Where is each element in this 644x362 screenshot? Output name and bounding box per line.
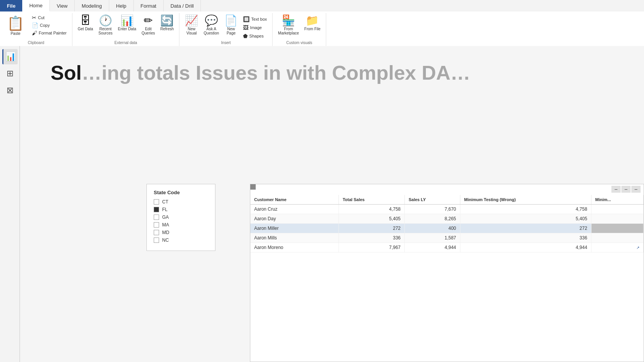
new-page-button[interactable]: 📄 NewPage [222, 14, 240, 37]
custom-visuals-group: 🏪 FromMarketplace 📁 From File Custom vis… [273, 13, 326, 46]
menu-bar: File Home View Modeling Help Format Data… [0, 0, 644, 11]
insert-items: 📈 NewVisual 💬 Ask AQuestion 📄 NewPage 🔲 … [182, 14, 269, 40]
copy-icon: 📄 [32, 22, 38, 28]
refresh-label: Refresh [160, 27, 174, 31]
get-data-icon: 🗄 [80, 15, 91, 26]
sidebar-icon-report[interactable]: 📊 [2, 49, 18, 64]
tab-view[interactable]: View [50, 0, 75, 11]
textbox-label: Text box [251, 17, 267, 21]
textbox-icon: 🔲 [243, 16, 250, 22]
external-data-items: 🗄 Get Data 🕐 RecentSources 📊 Enter Data … [76, 14, 176, 40]
enter-data-label: Enter Data [118, 27, 136, 31]
sidebar-icon-model[interactable]: ⊠ [2, 83, 18, 98]
image-icon: 🖼 [243, 25, 248, 31]
custom-visuals-group-label: Custom visuals [286, 41, 312, 46]
external-data-group-label: External data [115, 41, 137, 46]
from-file-icon: 📁 [306, 15, 319, 26]
recent-sources-icon: 🕐 [99, 15, 112, 26]
format-painter-icon: 🖌 [32, 30, 37, 36]
shapes-button[interactable]: ⬟ Shapes [241, 32, 269, 40]
image-label: Image [250, 25, 262, 30]
tab-modeling[interactable]: Modeling [75, 0, 109, 11]
clipboard-items: 📋 Paste ✂ Cut 📄 Copy 🖌 Format Painter [3, 14, 69, 40]
new-page-label: NewPage [227, 27, 235, 35]
insert-group: 📈 NewVisual 💬 Ask AQuestion 📄 NewPage 🔲 … [179, 13, 273, 46]
edit-queries-icon: ✏ [144, 15, 153, 26]
left-sidebar: 📊 ⊞ ⊠ [0, 46, 20, 126]
insert-small-buttons: 🔲 Text box 🖼 Image ⬟ Shapes [241, 15, 269, 40]
clipboard-group: 📋 Paste ✂ Cut 📄 Copy 🖌 Format Painter Cl… [0, 13, 72, 46]
ribbon: 📋 Paste ✂ Cut 📄 Copy 🖌 Format Painter Cl… [0, 11, 644, 47]
tab-home[interactable]: Home [22, 0, 50, 11]
tab-format[interactable]: Format [134, 0, 164, 11]
clipboard-side-buttons: ✂ Cut 📄 Copy 🖌 Format Painter [30, 14, 69, 37]
ask-question-icon: 💬 [205, 15, 218, 26]
paste-icon: 📋 [7, 15, 24, 31]
textbox-button[interactable]: 🔲 Text box [241, 15, 269, 23]
from-file-label: From File [304, 27, 320, 31]
menu-tabs: Home View Modeling Help Format Data / Dr… [22, 0, 644, 11]
copy-label: Copy [40, 23, 50, 28]
from-file-button[interactable]: 📁 From File [302, 14, 323, 33]
tab-data-drill[interactable]: Data / Drill [164, 0, 201, 11]
insert-group-label: Insert [221, 41, 231, 46]
format-painter-button[interactable]: 🖌 Format Painter [30, 29, 69, 37]
enter-data-button[interactable]: 📊 Enter Data [115, 14, 138, 33]
enter-data-icon: 📊 [120, 15, 134, 26]
new-page-icon: 📄 [224, 15, 238, 26]
from-marketplace-button[interactable]: 🏪 FromMarketplace [276, 14, 301, 37]
clipboard-group-label: Clipboard [28, 41, 44, 46]
format-painter-label: Format Painter [39, 31, 67, 35]
cut-label: Cut [38, 15, 44, 20]
paste-label: Paste [11, 31, 21, 36]
cut-icon: ✂ [32, 15, 36, 21]
new-visual-button[interactable]: 📈 NewVisual [182, 14, 200, 37]
custom-visuals-items: 🏪 FromMarketplace 📁 From File [276, 14, 323, 40]
shapes-label: Shapes [249, 34, 263, 38]
from-marketplace-label: FromMarketplace [278, 27, 299, 35]
recent-sources-label: RecentSources [99, 27, 113, 35]
main-content: Sol…ing totals Issues in with Complex DA… [20, 46, 644, 126]
paste-button[interactable]: 📋 Paste [3, 14, 28, 37]
get-data-button[interactable]: 🗄 Get Data [76, 14, 95, 33]
external-data-group: 🗄 Get Data 🕐 RecentSources 📊 Enter Data … [72, 13, 180, 46]
shapes-icon: ⬟ [243, 33, 248, 39]
new-visual-icon: 📈 [185, 15, 198, 26]
menu-file[interactable]: File [0, 0, 22, 11]
image-button[interactable]: 🖼 Image [241, 24, 269, 31]
edit-queries-button[interactable]: ✏ EditQueries [139, 14, 157, 37]
recent-sources-button[interactable]: 🕐 RecentSources [96, 14, 115, 37]
from-marketplace-icon: 🏪 [282, 15, 295, 26]
ask-question-label: Ask AQuestion [204, 27, 219, 35]
copy-button[interactable]: 📄 Copy [30, 21, 69, 29]
cut-button[interactable]: ✂ Cut [30, 14, 69, 21]
ask-question-button[interactable]: 💬 Ask AQuestion [201, 14, 221, 37]
new-visual-label: NewVisual [186, 27, 197, 35]
sidebar-icon-data[interactable]: ⊞ [2, 66, 18, 81]
canvas-title: Sol…ing totals Issues in with Complex DA… [51, 61, 470, 84]
tab-help[interactable]: Help [109, 0, 134, 11]
edit-queries-label: EditQueries [141, 27, 155, 35]
get-data-label: Get Data [78, 27, 93, 31]
refresh-icon: 🔄 [160, 15, 174, 26]
refresh-button[interactable]: 🔄 Refresh [158, 14, 176, 33]
